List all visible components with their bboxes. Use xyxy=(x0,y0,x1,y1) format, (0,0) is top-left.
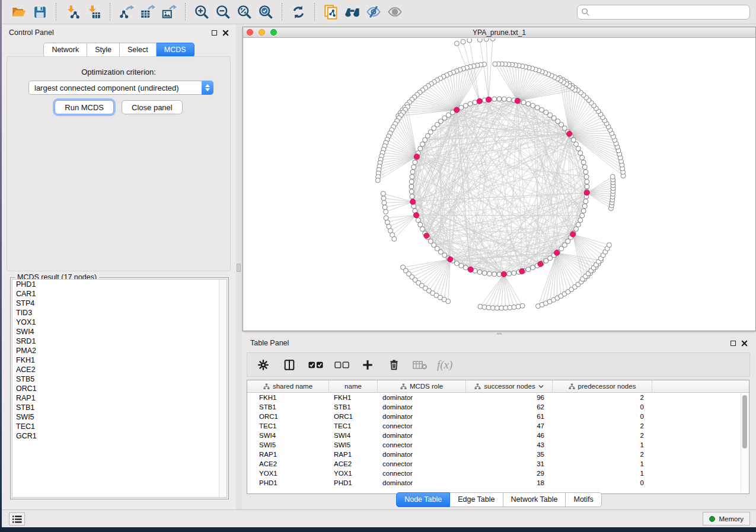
save-session-icon[interactable] xyxy=(29,2,50,21)
global-search-field[interactable] xyxy=(577,5,750,20)
mcds-result-item[interactable]: GCR1 xyxy=(12,431,227,441)
mcds-result-item[interactable]: STB1 xyxy=(12,403,227,412)
table-row[interactable]: YOX1YOX1connector291 xyxy=(247,469,749,478)
tab-network-table[interactable]: Network Table xyxy=(503,492,566,507)
column-header-name[interactable]: name xyxy=(329,380,378,392)
tab-style[interactable]: Style xyxy=(87,43,120,57)
zoom-fit-icon[interactable] xyxy=(234,2,255,21)
mcds-hub-node[interactable] xyxy=(538,261,543,267)
network-graph[interactable] xyxy=(243,39,755,331)
export-image-icon[interactable] xyxy=(158,2,180,21)
column-header-MCDS-role[interactable]: MCDS role xyxy=(378,380,466,392)
network-canvas[interactable] xyxy=(243,39,755,331)
node-table[interactable]: shared namenameMCDS rolesuccessor nodesp… xyxy=(247,380,749,494)
tab-node-table[interactable]: Node Table xyxy=(396,492,450,507)
search-input[interactable] xyxy=(590,7,746,17)
mcds-result-item[interactable]: TEC1 xyxy=(12,422,227,431)
mcds-result-item[interactable]: TID3 xyxy=(12,308,227,318)
table-scrollbar-thumb[interactable] xyxy=(742,395,747,448)
show-columns-icon[interactable] xyxy=(280,356,298,374)
mcds-result-item[interactable]: PHD1 xyxy=(12,280,227,289)
tab-edge-table[interactable]: Edge Table xyxy=(450,492,503,507)
table-row[interactable]: PHD1PHD1dominator180 xyxy=(247,478,749,488)
memory-button[interactable]: Memory xyxy=(703,512,750,525)
vertical-splitter[interactable] xyxy=(236,24,242,509)
delete-column-icon[interactable] xyxy=(385,356,403,374)
table-row[interactable]: RAP1RAP1dominator352 xyxy=(247,450,749,459)
run-mcds-button[interactable]: Run MCDS xyxy=(55,100,114,114)
network-window-titlebar[interactable]: YPA_prune.txt_1 xyxy=(243,27,755,38)
mcds-hub-node[interactable] xyxy=(570,232,576,237)
show-all-icon[interactable] xyxy=(384,2,406,21)
mcds-result-list[interactable]: PHD1CAR1STP4TID3YOX1SWI4SRD1PMA2FKH1ACE2… xyxy=(12,279,227,498)
tab-network[interactable]: Network xyxy=(43,43,87,57)
table-row[interactable]: ACE2ACE2connector311 xyxy=(247,459,749,469)
task-history-button[interactable] xyxy=(9,512,25,525)
add-column-icon[interactable] xyxy=(359,356,377,374)
tab-select[interactable]: Select xyxy=(120,43,157,57)
mcds-hub-node[interactable] xyxy=(486,97,491,102)
import-network-icon[interactable] xyxy=(62,2,83,21)
column-header-shared-name[interactable]: shared name xyxy=(247,380,329,392)
export-table-icon[interactable] xyxy=(137,2,158,21)
criterion-dropdown[interactable]: largest connected component (undirected) xyxy=(28,81,213,95)
zoom-out-icon[interactable] xyxy=(212,2,234,21)
mcds-hub-node[interactable] xyxy=(519,268,525,274)
mcds-result-item[interactable]: SWI4 xyxy=(12,327,227,336)
float-panel-icon[interactable] xyxy=(212,30,217,36)
open-file-icon[interactable] xyxy=(8,2,29,21)
mcds-result-item[interactable]: FKH1 xyxy=(12,355,227,365)
mcds-result-item[interactable]: ORC1 xyxy=(12,384,227,393)
mcds-result-item[interactable]: STB5 xyxy=(12,374,227,384)
import-table-icon[interactable] xyxy=(83,2,104,21)
mcds-result-item[interactable]: SWI5 xyxy=(12,412,227,422)
zoom-in-icon[interactable] xyxy=(191,2,212,21)
select-all-icon[interactable] xyxy=(307,356,324,374)
mcds-result-item[interactable]: PMA2 xyxy=(12,346,227,355)
close-panel-icon[interactable] xyxy=(741,340,748,347)
network-view-window[interactable]: YPA_prune.txt_1 xyxy=(243,27,756,331)
mcds-hub-node[interactable] xyxy=(584,190,589,196)
table-row[interactable]: ORC1ORC1dominator610 xyxy=(247,412,749,421)
mcds-hub-node[interactable] xyxy=(567,131,572,136)
mcds-hub-node[interactable] xyxy=(454,107,460,113)
search-network-icon[interactable] xyxy=(342,2,363,21)
hide-selected-icon[interactable] xyxy=(363,2,384,21)
tab-mcds[interactable]: MCDS xyxy=(157,43,194,57)
mcds-result-item[interactable]: RAP1 xyxy=(12,393,227,403)
table-row[interactable]: STB1STB1dominator620 xyxy=(247,402,749,412)
mcds-hub-node[interactable] xyxy=(448,257,453,262)
mcds-hub-node[interactable] xyxy=(515,98,520,104)
mcds-result-item[interactable]: CAR1 xyxy=(12,289,227,299)
mcds-result-item[interactable]: SRD1 xyxy=(12,336,227,346)
table-row[interactable]: SWI5SWI5connector431 xyxy=(247,440,749,450)
mcds-hub-node[interactable] xyxy=(468,267,473,272)
column-header-successor-nodes[interactable]: successor nodes xyxy=(466,380,553,392)
mcds-hub-node[interactable] xyxy=(413,213,419,218)
tab-motifs[interactable]: Motifs xyxy=(566,492,601,507)
table-row[interactable]: SWI4SWI4dominator462 xyxy=(247,431,749,440)
close-panel-button[interactable]: Close panel xyxy=(122,100,183,114)
table-options-icon[interactable] xyxy=(254,356,272,374)
close-panel-icon[interactable] xyxy=(222,30,229,36)
export-network-icon[interactable] xyxy=(116,2,137,21)
mcds-hub-node[interactable] xyxy=(424,233,429,238)
table-row[interactable]: TEC1TEC1connector472 xyxy=(247,421,749,431)
refresh-icon[interactable] xyxy=(288,2,309,21)
mcds-hub-node[interactable] xyxy=(501,271,506,277)
splitter-handle[interactable] xyxy=(237,264,241,272)
mcds-result-item[interactable]: STP4 xyxy=(12,299,227,308)
mcds-hub-node[interactable] xyxy=(554,250,559,255)
mcds-hub-node[interactable] xyxy=(414,154,419,159)
deselect-all-icon[interactable] xyxy=(333,356,350,374)
table-scrollbar[interactable] xyxy=(741,393,748,492)
float-panel-icon[interactable] xyxy=(731,341,736,346)
zoom-selected-icon[interactable] xyxy=(255,2,276,21)
mcds-hub-node[interactable] xyxy=(477,98,482,104)
mcds-result-item[interactable]: YOX1 xyxy=(12,318,227,327)
table-row[interactable]: FKH1FKH1dominator962 xyxy=(247,393,749,402)
mcds-result-item[interactable]: ACE2 xyxy=(12,365,227,374)
clone-network-icon[interactable] xyxy=(320,2,342,21)
column-header-predecessor-nodes[interactable]: predecessor nodes xyxy=(553,380,652,392)
mcds-hub-node[interactable] xyxy=(410,199,416,204)
